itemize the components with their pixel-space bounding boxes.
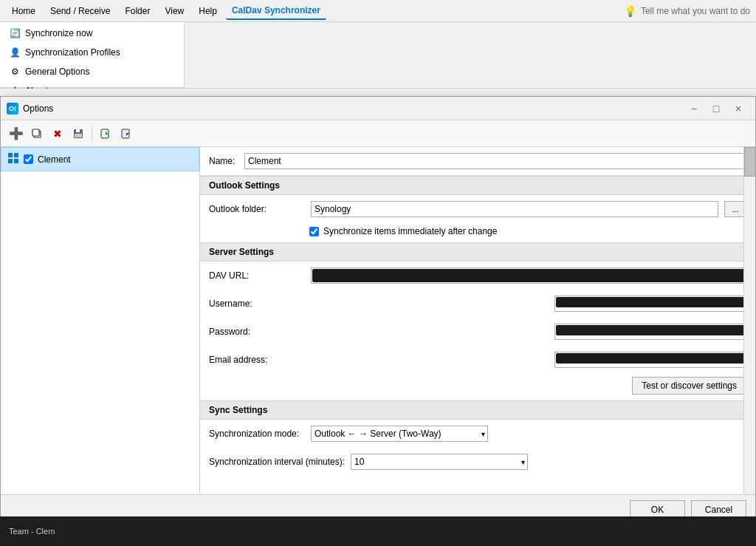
menu-item-about-label: About bbox=[25, 86, 48, 89]
sync-icon: 🔄 bbox=[9, 27, 21, 39]
menu-bar: Home Send / Receive Folder View Help Cal… bbox=[0, 0, 756, 22]
lightbulb-icon: 💡 bbox=[624, 5, 636, 17]
menu-item-general-options[interactable]: ⚙ General Options bbox=[0, 62, 184, 81]
menu-folder[interactable]: Folder bbox=[119, 3, 156, 19]
search-placeholder: Tell me what you want to do bbox=[641, 6, 750, 16]
options-icon: ⚙ bbox=[9, 66, 21, 78]
menu-caldav[interactable]: CalDav Synchronizer bbox=[226, 2, 326, 20]
caldav-dropdown: 🔄 Synchronize now 👤 Synchronization Prof… bbox=[0, 22, 185, 88]
menu-item-sync-profiles-label: Synchronization Profiles bbox=[25, 47, 120, 58]
menu-item-general-options-label: General Options bbox=[25, 66, 89, 77]
search-bar: 💡 Tell me what you want to do bbox=[624, 5, 750, 17]
profiles-icon: 👤 bbox=[9, 47, 21, 58]
menu-view[interactable]: View bbox=[159, 3, 190, 19]
menu-send-receive[interactable]: Send / Receive bbox=[44, 3, 116, 19]
menu-item-sync-profiles[interactable]: 👤 Synchronization Profiles bbox=[0, 43, 184, 62]
menu-item-about[interactable]: ℹ About bbox=[0, 81, 184, 89]
menu-home[interactable]: Home bbox=[6, 3, 41, 19]
about-icon: ℹ bbox=[9, 85, 21, 89]
menu-help[interactable]: Help bbox=[193, 3, 223, 19]
menu-item-synchronize-now[interactable]: 🔄 Synchronize now bbox=[0, 24, 184, 43]
menu-item-synchronize-now-label: Synchronize now bbox=[25, 28, 92, 38]
